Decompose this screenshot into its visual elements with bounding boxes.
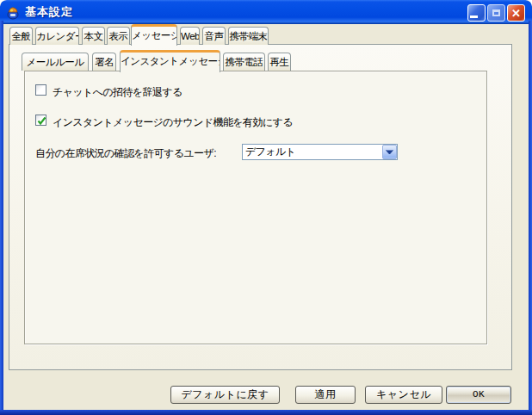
- restore-defaults-button[interactable]: デフォルトに戻す: [170, 386, 280, 404]
- tab-mobile-device[interactable]: 携帯端末: [228, 27, 269, 45]
- titlebar[interactable]: 基本設定 ✕: [0, 0, 532, 24]
- decline-chat-label: チャットへの招待を辞退する: [53, 85, 182, 100]
- close-icon: ✕: [511, 8, 521, 19]
- presence-selected-value: デフォルト: [243, 145, 397, 159]
- window-border-left: [0, 21, 3, 415]
- preferences-dialog: 基本設定 ✕ 全般 カレンダー 本文 表示 メッセージ Web 音声 携帯端末 …: [0, 0, 532, 415]
- minimize-button[interactable]: [467, 4, 486, 22]
- combo-dropdown-button[interactable]: [382, 145, 397, 159]
- tab-calendar[interactable]: カレンダー: [35, 27, 79, 45]
- apply-button[interactable]: 適用: [295, 386, 356, 404]
- window-border-right: [529, 21, 532, 415]
- check-icon: [36, 115, 47, 127]
- maximize-button[interactable]: [487, 4, 505, 22]
- chevron-down-icon: [386, 150, 393, 155]
- im-sound-row: インスタントメッセージのサウンド機能を有効にする: [35, 115, 293, 130]
- tab-signature[interactable]: 署名: [92, 53, 116, 71]
- ok-button[interactable]: OK: [446, 386, 511, 404]
- presence-label: 自分の在席状況の確認を許可するユーザ:: [35, 146, 216, 161]
- tab-general[interactable]: 全般: [9, 27, 33, 45]
- tab-mobile-phone[interactable]: 携帯電話: [223, 53, 265, 71]
- tab-body[interactable]: 本文: [82, 27, 105, 45]
- close-button[interactable]: ✕: [507, 4, 525, 22]
- presence-user-select[interactable]: デフォルト: [242, 144, 398, 160]
- cancel-button[interactable]: キャンセル: [365, 386, 442, 404]
- window-border-bottom: [0, 410, 532, 415]
- tab-display[interactable]: 表示: [107, 27, 130, 45]
- tab-instant-message[interactable]: インスタントメッセージ: [120, 50, 220, 72]
- tab-message[interactable]: メッセージ: [131, 24, 177, 46]
- minimize-icon: [470, 15, 478, 18]
- tab-mail-rules[interactable]: メールルール: [22, 53, 89, 71]
- tab-audio[interactable]: 音声: [202, 27, 226, 45]
- decline-chat-checkbox[interactable]: [35, 84, 46, 96]
- maximize-icon: [492, 9, 500, 16]
- tab-playback[interactable]: 再生: [268, 53, 291, 71]
- instant-message-panel: チャットへの招待を辞退する インスタントメッセージのサウンド機能を有効にする 自…: [24, 71, 487, 344]
- im-sound-label: インスタントメッセージのサウンド機能を有効にする: [53, 115, 293, 130]
- decline-chat-row: チャットへの招待を辞退する: [35, 84, 182, 100]
- window-title: 基本設定: [25, 4, 73, 20]
- app-icon: [6, 5, 21, 20]
- tab-web[interactable]: Web: [180, 27, 200, 45]
- im-sound-checkbox[interactable]: [35, 115, 46, 126]
